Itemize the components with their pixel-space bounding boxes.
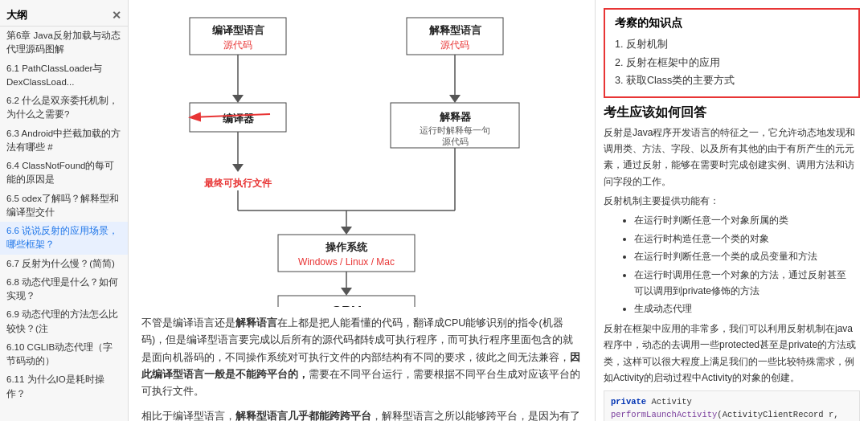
main-content: 编译型语言 源代码 解释型语言 源代码 编译器 解释器 运行时解释每一句 源代码 [129, 0, 595, 421]
knowledge-item-2: 2. 反射在框架中的应用 [615, 54, 849, 72]
svg-text:CPU: CPU [331, 304, 362, 307]
how-to-answer-title: 考生应该如何回答 [604, 104, 860, 121]
knowledge-item-1: 1. 反射机制 [615, 35, 849, 54]
sidebar-header: 大纲 ✕ [0, 3, 128, 27]
bullet-3: 在运行时调用任意一个对象的方法，通过反射甚至可以调用到private修饰的方法 [634, 267, 852, 300]
bullet-list: 在运行时判断任意一个对象所属的类 在运行时构造任意一个类的对象 在运行时判断任意… [618, 212, 860, 317]
sidebar: 大纲 ✕ 第6章 Java反射加载与动态代理源码图解 6.1 PathClass… [0, 0, 129, 421]
svg-text:操作系统: 操作系统 [325, 241, 368, 253]
sidebar-close-button[interactable]: ✕ [112, 9, 121, 22]
svg-text:解释型语言: 解释型语言 [428, 24, 482, 36]
right-para-1: 反射是Java程序开发语言的特征之一，它允许动态地发现和调用类、方法、字段、以及… [604, 125, 860, 190]
sidebar-item-10[interactable]: 6.10 CGLIB动态代理（字节码动的） [0, 338, 128, 371]
sidebar-title: 大纲 [6, 8, 27, 22]
bullet-2: 在运行时判断任意一个类的成员变量和方法 [634, 248, 852, 264]
svg-text:源代码: 源代码 [442, 137, 469, 146]
sidebar-item-4[interactable]: 6.4 ClassNotFound的每可能的原因是 [0, 157, 128, 190]
sidebar-item-7[interactable]: 6.7 反射为什么慢？(简简) [0, 255, 128, 273]
svg-marker-24 [341, 227, 352, 235]
diagram-wrapper: 编译型语言 源代码 解释型语言 源代码 编译器 解释器 运行时解释每一句 源代码 [141, 10, 582, 307]
bullet-1: 在运行时构造任意一个类的对象 [634, 231, 852, 247]
bullet-4: 生成动态代理 [634, 300, 852, 317]
svg-text:Windows / Linux / Mac: Windows / Linux / Mac [298, 256, 395, 268]
svg-marker-17 [232, 164, 244, 172]
desc-paragraph-2: 相比于编译型语言，解释型语言几乎都能跨跨平台，解释型语言之所以能够跨平台，是因为… [141, 408, 582, 421]
sidebar-item-3[interactable]: 6.3 Android中拦截加载的方法有哪些 # [0, 125, 128, 157]
svg-text:源代码: 源代码 [223, 39, 252, 51]
right-panel: 考察的知识点 1. 反射机制 2. 反射在框架中的应用 3. 获取Class类的… [595, 0, 868, 421]
svg-text:最终可执行文件: 最终可执行文件 [204, 178, 272, 189]
sidebar-item-6[interactable]: 6.6 说说反射的应用场景，哪些框架？ [0, 222, 128, 255]
bullet-0: 在运行时判断任意一个对象所属的类 [634, 212, 852, 228]
svg-marker-9 [449, 95, 461, 103]
desc-paragraph-1: 不管是编译语言还是解释语言在上都是把人能看懂的代码，翻译成CPU能够识别的指令(… [141, 315, 582, 400]
knowledge-title: 考察的知识点 [615, 16, 849, 31]
svg-text:运行时解释每一句: 运行时解释每一句 [420, 125, 490, 135]
svg-text:源代码: 源代码 [440, 39, 469, 51]
sidebar-item-0[interactable]: 第6章 Java反射加载与动态代理源码图解 [0, 27, 128, 59]
knowledge-item-3: 3. 获取Class类的主要方式 [615, 72, 849, 90]
code-block-1: private Activity performLaunchActivity(A… [604, 390, 860, 421]
knowledge-box: 考察的知识点 1. 反射机制 2. 反射在框架中的应用 3. 获取Class类的… [604, 8, 860, 98]
sidebar-item-2[interactable]: 6.2 什么是双亲委托机制，为什么之需要? [0, 92, 128, 125]
sidebar-item-9[interactable]: 6.9 动态代理的方法怎么比较快？(注 [0, 305, 128, 338]
sidebar-item-5[interactable]: 6.5 odex了解吗？解释型和编译型交什 [0, 190, 128, 223]
svg-marker-29 [341, 288, 352, 296]
diagram-svg: 编译型语言 源代码 解释型语言 源代码 编译器 解释器 运行时解释每一句 源代码 [141, 10, 592, 307]
svg-text:编译型语言: 编译型语言 [212, 24, 265, 36]
svg-text:解释器: 解释器 [439, 111, 472, 123]
sidebar-item-8[interactable]: 6.8 动态代理是什么？如何实现？ [0, 273, 128, 306]
sidebar-item-11[interactable]: 6.11 为什么IO是耗时操作？ [0, 370, 128, 403]
svg-marker-7 [232, 95, 244, 103]
right-para-2: 反射机制主要提供功能有： [604, 193, 860, 209]
right-para-3: 反射在框架中应用的非常多，我们可以利用反射机制在java程序中，动态的去调用一些… [604, 321, 860, 386]
sidebar-item-1[interactable]: 6.1 PathClassLoader与DexClassLoad... [0, 59, 128, 92]
